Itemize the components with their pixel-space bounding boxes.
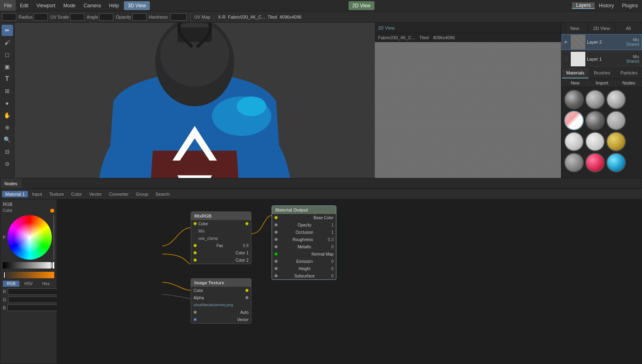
node-material-output[interactable]: Material Output Base Color Opacity 1 — [272, 205, 336, 280]
tool-circle[interactable]: ● — [2, 97, 13, 109]
occlusion-in — [274, 231, 278, 234]
g-input[interactable]: 0.7 — [15, 296, 62, 303]
uvscale-input[interactable]: 0 — [70, 13, 84, 21]
emission-row: Emission 0 — [272, 258, 336, 265]
tool-smear[interactable]: ▣ — [2, 61, 13, 72]
menu-layers[interactable]: Layers — [572, 2, 595, 9]
tool-uv[interactable]: ⊟ — [2, 146, 13, 157]
mat-swatch-11[interactable] — [606, 153, 626, 172]
nodes-subtab-converter[interactable]: Converter — [106, 191, 132, 197]
mat-swatch-9[interactable] — [564, 153, 584, 172]
nodes-subtab-vector[interactable]: Vector — [86, 191, 105, 197]
color-wheel[interactable] — [15, 215, 52, 260]
menu-3dview[interactable]: 3D View — [124, 1, 150, 10]
menu-plugins[interactable]: Plugins — [618, 3, 642, 8]
node-image-texture[interactable]: Image Texture Color Alpha — [191, 278, 251, 324]
layer-row-2[interactable]: 👁 Layer 2 Mix Shared — [561, 34, 642, 50]
roughness-row: Roughness 0.3 — [272, 236, 336, 243]
basecolor-in — [274, 216, 278, 219]
r-input[interactable]: 0.7 — [15, 288, 62, 295]
size-input[interactable]: 0.5 — [2, 13, 16, 21]
nodes-tab[interactable]: Nodes — [15, 178, 22, 188]
menu-viewport[interactable]: Viewport — [32, 0, 59, 11]
menu-history[interactable]: History — [595, 3, 618, 8]
tool-stamp[interactable]: ⊞ — [2, 85, 13, 97]
layer-row-1[interactable]: ☐ Layer 1 Mix Shared — [561, 51, 642, 67]
tool-text[interactable]: T — [2, 73, 13, 85]
toolbar-angle: Angle 1 — [87, 13, 113, 21]
menu-camera[interactable]: Camera — [80, 0, 105, 11]
color-picker-header: RGB — [15, 202, 54, 207]
tool-erase[interactable]: ◻ — [2, 49, 13, 60]
opacity-input[interactable]: 0.8 — [132, 13, 147, 21]
mat-swatch-8[interactable] — [606, 132, 626, 151]
xray-label: X-R — [218, 15, 225, 19]
color-mode-rgb[interactable]: RGB — [15, 281, 19, 287]
radius-input[interactable]: 1 — [34, 13, 48, 21]
mat-swatch-6[interactable] — [564, 132, 584, 151]
height-label: Height — [299, 267, 310, 271]
image-alpha-label: Alpha — [193, 296, 244, 300]
layer1-thumb — [571, 52, 585, 66]
mat-swatch-0[interactable] — [564, 90, 584, 109]
hue-bar[interactable] — [15, 262, 54, 269]
mat-new[interactable]: New — [562, 79, 589, 87]
nodes-subtab-material1[interactable]: Material 1 — [15, 191, 28, 197]
mix-input[interactable]: Mix — [170, 13, 187, 21]
mat-nodes[interactable]: Nodes — [616, 79, 642, 87]
image-path-row: cloud/decals/armory.png — [191, 301, 251, 309]
color-mode-hex[interactable]: Hex — [38, 281, 54, 287]
rpanel-2dview[interactable]: 2D View — [588, 23, 615, 34]
menu-mode[interactable]: Mode — [60, 0, 80, 11]
image-alpha-out — [245, 296, 249, 299]
mat-tab-particles[interactable]: Particles — [616, 68, 642, 78]
mat-import[interactable]: Import — [589, 79, 615, 87]
svg-point-4 — [237, 96, 266, 116]
view-2d-label[interactable]: 2D View — [378, 25, 395, 30]
mat-swatch-3[interactable] — [564, 111, 584, 130]
mat-swatch-7[interactable] — [585, 132, 605, 151]
layer1-visibility[interactable]: ☐ — [563, 56, 569, 62]
texture-name: Fabric030_4K_C... — [228, 15, 265, 19]
rpanel-new[interactable]: New — [561, 23, 588, 34]
mixrgb-header: MixRGB — [191, 212, 251, 220]
node-mixrgb[interactable]: MixRGB Color Mix use_cl — [191, 212, 251, 264]
image-vector-row: Vector — [191, 316, 251, 323]
color-mode-hsv[interactable]: HSV — [20, 281, 37, 287]
mat-swatch-1[interactable] — [585, 90, 605, 109]
nodes-subtab-texture[interactable]: Texture — [46, 191, 67, 197]
toolbar-uvscale: UV Scale 0 — [50, 13, 84, 21]
b-input[interactable]: 0.7 — [15, 305, 61, 311]
tool-decal[interactable]: ⊘ — [2, 158, 13, 169]
node-graph[interactable]: MixRGB Color Mix use_cl — [57, 199, 561, 353]
tool-hand[interactable]: ✋ — [2, 110, 13, 121]
mat-swatch-10[interactable] — [585, 153, 605, 172]
tool-eyedrop[interactable]: 🖌 — [2, 37, 13, 48]
tool-picker[interactable]: 🔍 — [2, 134, 13, 145]
menu-file[interactable]: File — [0, 0, 16, 11]
menu-help[interactable]: Help — [105, 0, 123, 11]
mat-swatch-5[interactable] — [606, 111, 626, 130]
nodes-subtab-search[interactable]: Search — [152, 191, 173, 197]
mat-tab-brushes[interactable]: Brushes — [589, 68, 615, 78]
rpanel-all[interactable]: All — [615, 23, 642, 34]
tool-paint[interactable]: ✏ — [2, 25, 13, 36]
toolbar-texture-name: Fabric030_4K_C... — [228, 15, 265, 19]
nodes-subtab-input[interactable]: Input — [29, 191, 45, 197]
layer2-visibility[interactable]: 👁 — [563, 39, 569, 45]
angle-label: Angle — [87, 15, 98, 19]
menu-2dview-center[interactable]: 2D View — [349, 1, 374, 10]
alpha-bar[interactable] — [15, 272, 54, 278]
menu-edit[interactable]: Edit — [16, 0, 32, 11]
opacity-label: Opacity — [116, 15, 131, 19]
mat-swatch-2[interactable] — [606, 90, 626, 109]
mat-tab-materials[interactable]: Materials — [562, 68, 589, 78]
nodes-subtab-color[interactable]: Color — [68, 191, 85, 197]
mat-swatch-4[interactable] — [585, 111, 605, 130]
angle-input[interactable]: 1 — [99, 13, 113, 21]
normal-label: Normal Map — [312, 252, 334, 256]
brightness-slider[interactable] — [53, 215, 54, 260]
nodes-subtab-group[interactable]: Group — [133, 191, 152, 197]
layer2-info: Mix Shared — [626, 38, 641, 47]
tool-clone[interactable]: ⊕ — [2, 122, 13, 133]
